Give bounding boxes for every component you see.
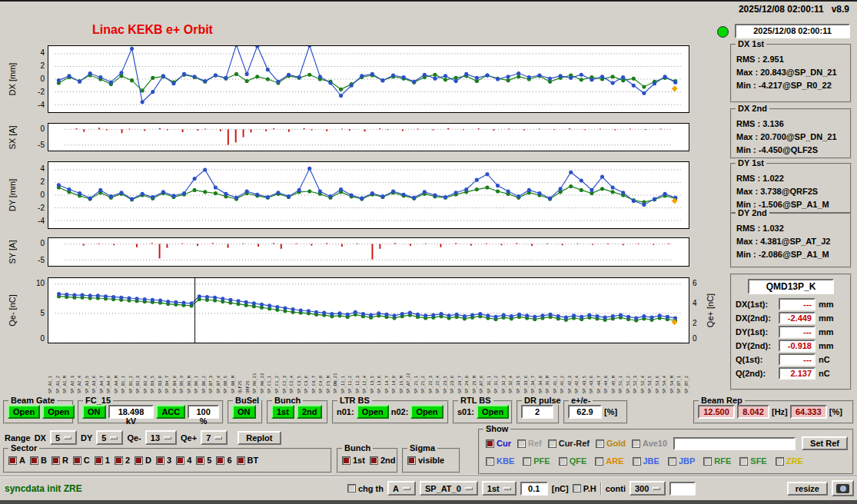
bunch-checkbox-2nd[interactable]: 2nd: [370, 456, 396, 465]
stat-min: Min : -2.086@SP_A1_M: [736, 248, 846, 261]
bpm-label: SP_54_M: [669, 346, 675, 393]
y-tick-label: 0: [25, 239, 45, 247]
bpm-select[interactable]: SP_AT_0: [420, 481, 478, 496]
checkbox-indicator: [596, 439, 604, 448]
bpm-label: SP_31_1: [487, 346, 492, 393]
charge-plot[interactable]: [48, 277, 689, 343]
sector-checkbox-1[interactable]: 1: [95, 456, 110, 465]
bpm-label: SP_21_2: [420, 346, 426, 393]
ph-checkbox[interactable]: P.H: [573, 484, 596, 493]
checkbox-label: A: [19, 456, 25, 465]
ltr-n01-open-button[interactable]: Open: [357, 405, 389, 419]
bunch-select[interactable]: 1st: [482, 481, 517, 496]
qmd-name-display[interactable]: QMD13P_K: [748, 279, 834, 294]
show-checkbox-ref[interactable]: Ref: [517, 439, 542, 448]
bpm-label: SP_C3_6: [304, 346, 309, 393]
sector-checkbox-r[interactable]: R: [51, 456, 68, 465]
range-dy-select[interactable]: 5: [96, 430, 123, 445]
show-checkbox-ave10[interactable]: Ave10: [632, 439, 667, 448]
qmd-row-unit: mm: [819, 341, 834, 350]
bpm-label: SP_B8_M: [231, 346, 236, 393]
resize-button[interactable]: resize: [787, 482, 828, 496]
extra-input[interactable]: [669, 482, 696, 496]
show-device-checkbox-zre[interactable]: ZRE: [776, 456, 803, 466]
dx-plot[interactable]: [48, 45, 689, 113]
sector-checkbox-b[interactable]: B: [30, 456, 47, 465]
show-device-checkbox-pfe[interactable]: PFE: [523, 456, 550, 466]
sector-checkbox-c[interactable]: C: [73, 456, 90, 465]
sy-plot[interactable]: [48, 237, 689, 267]
sx-plot[interactable]: [48, 123, 689, 151]
dr-pulse-value[interactable]: 2: [521, 405, 553, 419]
beam-gate-open1-button[interactable]: Open: [8, 405, 40, 419]
qmd-row-unit: nC: [819, 369, 834, 378]
rtl-s01-open-button[interactable]: Open: [477, 405, 509, 419]
range-qep-select[interactable]: 7: [201, 430, 228, 445]
clock-display: 2025/12/08 02:00:11: [735, 24, 850, 38]
frame-title: DR pulse: [522, 396, 563, 405]
show-device-checkbox-qfe[interactable]: QFE: [559, 456, 587, 466]
bunch-1st-button[interactable]: 1st: [271, 405, 294, 419]
sector-checkbox-5[interactable]: 5: [196, 456, 211, 465]
checkbox-indicator: [668, 457, 676, 466]
show-checkbox-cur-ref[interactable]: Cur-Ref: [548, 439, 590, 448]
bunch-checkbox-1st[interactable]: 1st: [342, 456, 365, 465]
ltr-n01-label: n01:: [337, 407, 354, 416]
frame-title: Beam Rep: [699, 396, 745, 405]
dy-plot[interactable]: [48, 161, 689, 229]
sector-checkbox-4[interactable]: 4: [176, 456, 191, 465]
sector-checkbox-6[interactable]: 6: [216, 456, 231, 465]
screenshot-button[interactable]: [832, 480, 854, 496]
checkbox-indicator: [51, 456, 60, 465]
ltr-n02-open-button[interactable]: Open: [410, 405, 443, 419]
chart-row-sx: SX [A] 0-5: [0, 123, 726, 151]
sector-checkbox-2[interactable]: 2: [115, 456, 130, 465]
show-device-checkbox-are[interactable]: ARE: [595, 456, 623, 466]
show-checkbox-cur[interactable]: Cur: [486, 439, 511, 448]
threshold-input[interactable]: 0.1: [520, 482, 548, 496]
range-qem-select[interactable]: 13: [145, 430, 177, 445]
show-device-checkbox-rfe[interactable]: RFE: [703, 456, 731, 466]
checkbox-label: visible: [418, 456, 444, 465]
chg-th-checkbox[interactable]: chg th: [347, 484, 384, 493]
bpm-label: SP_41_1: [553, 346, 558, 393]
beam-gate-open2-button[interactable]: Open: [42, 405, 75, 419]
sector-checkbox-bt[interactable]: BT: [237, 456, 259, 465]
interval-select-value: 300: [635, 484, 649, 493]
stat-min: Min : -4.217@SP_R0_22: [736, 79, 846, 92]
bpm-label: SP_53_6: [655, 346, 660, 393]
sector-checkbox-3[interactable]: 3: [156, 456, 171, 465]
sector-checkbox-a[interactable]: A: [8, 456, 25, 465]
range-qep-value: 7: [206, 433, 211, 443]
bpm-label: SP_C4_8: [318, 346, 324, 393]
checkbox-label: 6: [227, 456, 231, 465]
interval-select[interactable]: 300: [629, 481, 666, 496]
busel-on-button[interactable]: ON: [232, 405, 256, 419]
fc15-on-button[interactable]: ON: [82, 405, 106, 419]
bpm-label: SP_B7_4: [216, 346, 221, 393]
sigma-checkbox-visible[interactable]: visible: [407, 456, 444, 465]
show-checkbox-gold[interactable]: Gold: [596, 439, 626, 448]
bpm-label: SP_A1_1: [48, 346, 53, 393]
sector-select[interactable]: A: [387, 481, 416, 496]
bpm-label: SP_23_5: [443, 346, 448, 393]
show-device-checkbox-jbe[interactable]: JBE: [633, 456, 659, 466]
set-ref-button[interactable]: Set Ref: [802, 436, 848, 450]
replot-button[interactable]: Replot: [238, 431, 281, 445]
bunch-2nd-button[interactable]: 2nd: [297, 405, 323, 419]
show-device-checkbox-sfe[interactable]: SFE: [739, 456, 766, 466]
checkbox-indicator: [196, 456, 204, 465]
show-device-checkbox-kbe[interactable]: KBE: [486, 456, 514, 466]
ref-entry-input[interactable]: [673, 437, 796, 450]
checkbox-label: Cur-Ref: [559, 439, 590, 448]
qmd-row-label: DY(2nd):: [736, 341, 776, 350]
checkbox-indicator: [559, 457, 567, 466]
bpm-label: SP_B7_3: [208, 346, 214, 393]
option-menu-indicator: [653, 487, 660, 490]
range-dx-select[interactable]: 5: [50, 430, 77, 445]
fc15-acc-button[interactable]: ACC: [156, 405, 185, 419]
qmd-row-label: Q(2nd):: [736, 369, 776, 378]
show-device-checkbox-jbp[interactable]: JBP: [668, 456, 695, 466]
sector-checkbox-d[interactable]: D: [135, 456, 151, 465]
qmd-row-unit: mm: [819, 313, 834, 323]
